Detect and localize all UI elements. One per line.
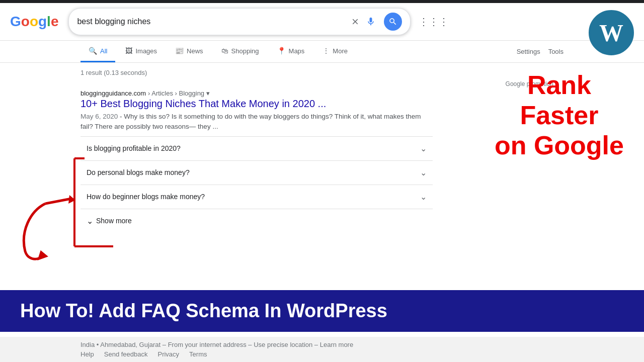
maps-icon: 📍 (277, 47, 286, 55)
result-snippet: May 6, 2020 - Why is this so? Is it some… (80, 112, 433, 132)
logo-g2: g (38, 14, 47, 30)
tab-all[interactable]: 🔍 All (80, 41, 115, 62)
result-stats: 1 result (0.13 seconds) (80, 63, 564, 80)
show-more-button[interactable]: ⌄ Show more (80, 209, 138, 233)
search-icons (351, 13, 402, 31)
faq-question-3: How do beginner blogs make money? (87, 193, 205, 201)
logo-o1: o (21, 14, 30, 30)
wp-logo-letter: W (599, 19, 623, 47)
banner-text: How To! Add FAQ Schema In WordPress (20, 300, 387, 322)
tab-shopping[interactable]: 🛍 Shopping (213, 41, 267, 62)
tab-images[interactable]: 🖼 Images (117, 41, 165, 62)
rank-line3: on Google (495, 131, 624, 161)
result-breadcrumb: › Articles › Blogging (148, 89, 204, 97)
images-icon: 🖼 (125, 47, 132, 55)
show-more-label: Show more (96, 217, 132, 225)
dropdown-icon[interactable]: ▾ (206, 89, 210, 97)
news-icon: 📰 (175, 47, 184, 55)
logo-g: G (10, 14, 21, 30)
tools-link[interactable]: Tools (548, 42, 564, 61)
faq-chevron-2: ⌄ (420, 168, 427, 177)
footer-location: India • Ahmedabad, Gujarat – From your i… (80, 341, 564, 348)
footer-feedback[interactable]: Send feedback (104, 350, 148, 358)
shopping-icon: 🛍 (221, 47, 228, 55)
logo-l: l (47, 14, 51, 30)
logo-e: e (51, 14, 59, 30)
header: Google ⋮⋮⋮ (0, 3, 644, 41)
grid-menu-icon[interactable]: ⋮⋮⋮ (419, 16, 449, 28)
faq-chevron-3: ⌄ (420, 192, 427, 202)
search-bar[interactable] (68, 8, 411, 35)
nav-tabs: 🔍 All 🖼 Images 📰 News 🛍 Shopping 📍 Maps … (0, 41, 644, 63)
all-icon: 🔍 (89, 47, 97, 55)
google-promotion: Google promotion (80, 80, 564, 87)
svg-marker-3 (34, 248, 48, 260)
faq-container: Is blogging profitable in 2020? ⌄ Do per… (80, 136, 433, 233)
rank-line2: Faster (495, 101, 624, 131)
result-date: May 6, 2020 (80, 113, 118, 120)
faq-item-3[interactable]: How do beginner blogs make money? ⌄ (80, 185, 433, 209)
settings-link[interactable]: Settings (517, 42, 540, 61)
tab-news[interactable]: 📰 News (167, 41, 211, 62)
logo-o2: o (30, 14, 38, 30)
footer-links: Help Send feedback Privacy Terms (80, 350, 564, 358)
settings-tools: Settings Tools (517, 42, 564, 61)
footer-privacy[interactable]: Privacy (157, 350, 179, 358)
faq-chevron-1: ⌄ (420, 144, 427, 153)
search-button[interactable] (384, 13, 402, 31)
clear-button[interactable] (351, 17, 360, 26)
result-block: bloggingguidance.com › Articles › Bloggi… (80, 89, 433, 233)
result-domain: bloggingguidance.com (80, 89, 146, 97)
header-right: ⋮⋮⋮ (419, 16, 449, 28)
show-more-chevron-icon: ⌄ (87, 216, 93, 226)
rank-line1: Rank (495, 70, 624, 101)
tab-maps[interactable]: 📍 Maps (269, 41, 313, 62)
search-input[interactable] (77, 17, 347, 26)
faq-question-1: Is blogging profitable in 2020? (87, 144, 181, 152)
bottom-banner: How To! Add FAQ Schema In WordPress (0, 290, 644, 332)
result-url: bloggingguidance.com › Articles › Bloggi… (80, 89, 433, 97)
tab-more[interactable]: ⋮ More (314, 41, 356, 62)
footer-help[interactable]: Help (80, 350, 94, 358)
faq-question-2: Do personal blogs make money? (87, 168, 190, 176)
rank-faster-text: Rank Faster on Google (495, 70, 624, 160)
faq-item-1[interactable]: Is blogging profitable in 2020? ⌄ (80, 137, 433, 161)
more-icon: ⋮ (323, 47, 330, 55)
result-title[interactable]: 10+ Best Blogging Niches That Make Money… (80, 98, 433, 110)
voice-search-button[interactable] (366, 17, 376, 27)
footer-terms[interactable]: Terms (189, 350, 207, 358)
wordpress-logo[interactable]: W (589, 10, 634, 55)
snippet-text: Why is this so? Is it something to do wi… (80, 113, 421, 130)
google-logo[interactable]: Google (10, 14, 58, 30)
faq-item-2[interactable]: Do personal blogs make money? ⌄ (80, 161, 433, 185)
footer-bar: India • Ahmedabad, Gujarat – From your i… (0, 337, 644, 362)
